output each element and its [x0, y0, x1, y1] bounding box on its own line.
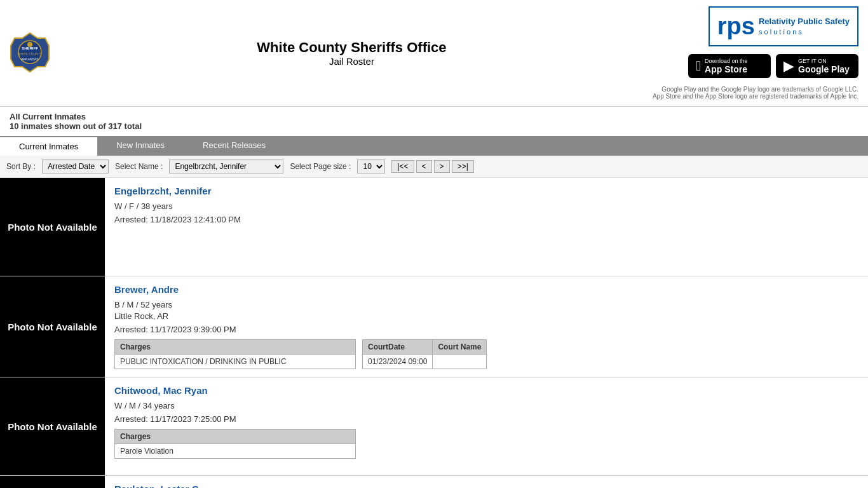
court-table: CourtDateCourt Name01/23/2024 09:00 — [362, 339, 487, 369]
inmate-info-cell: Brewer, AndreB / M / 52 yearsLittle Rock… — [105, 276, 868, 377]
page-size-select[interactable]: 10 25 50 — [357, 159, 385, 173]
rps-tagline: Relativity Public Safety s o l u t i o n… — [759, 17, 850, 36]
sort-by-select[interactable]: Arrested Date Name Age — [42, 159, 109, 173]
apple-icon:  — [696, 58, 701, 74]
charge-value: PUBLIC INTOXICATION / DRINKING IN PUBLIC — [115, 355, 356, 369]
app-store-buttons:  Download on the App Store ▶ GET IT ON … — [688, 54, 858, 78]
inmate-arrested-date: Arrested: 11/18/2023 12:41:00 PM — [114, 215, 858, 224]
rps-logo-text: rps — [717, 13, 755, 40]
inmate-row: Photo Not AvailableChitwood, Mac RyanW /… — [0, 377, 868, 476]
inmate-summary: All Current Inmates 10 inmates shown out… — [0, 107, 868, 136]
google-play-label: Google Play — [798, 64, 850, 74]
svg-text:WHITE COUNTY: WHITE COUNTY — [18, 52, 43, 56]
inmate-info-cell: Raulston, Lester GW / M / 48 yearsCabot,… — [105, 476, 868, 488]
app-store-button[interactable]:  Download on the App Store — [688, 54, 771, 78]
inmate-photo-cell: Photo Not Available — [0, 476, 105, 488]
charges-table: ChargesParole Violation — [114, 429, 356, 459]
inmate-location: Little Rock, AR — [114, 311, 858, 321]
court-name-value — [433, 355, 487, 369]
inmate-info-cell: Engelbrzcht, JenniferW / F / 38 yearsArr… — [105, 178, 868, 276]
sort-by-label: Sort By : — [6, 162, 36, 171]
inmate-name[interactable]: Engelbrzcht, Jennifer — [114, 186, 858, 196]
inmate-name[interactable]: Raulston, Lester G — [114, 484, 858, 488]
sheriff-badge-icon: SHERIFF WHITE COUNTY ARKANSAS — [10, 32, 51, 73]
inmate-demographics: W / M / 34 years — [114, 401, 858, 410]
first-page-button[interactable]: |<< — [391, 160, 414, 173]
inmate-name[interactable]: Brewer, Andre — [114, 284, 858, 295]
pagination-controls: |<< < > >>| — [391, 160, 473, 173]
inmate-name[interactable]: Chitwood, Mac Ryan — [114, 385, 858, 396]
tab-current-inmates[interactable]: Current Inmates — [0, 136, 97, 156]
inmate-name-link[interactable]: Raulston, Lester G — [114, 484, 199, 488]
photo-not-available-label: Photo Not Available — [1, 214, 104, 240]
photo-not-available-label: Photo Not Available — [1, 414, 104, 440]
court-name-header: Court Name — [433, 340, 487, 355]
inmate-name-link[interactable]: Brewer, Andre — [114, 284, 179, 295]
charges-header: Charges — [115, 340, 356, 355]
inmate-count-label: 10 inmates shown out of 317 total — [10, 121, 858, 131]
download-label: Download on the — [705, 58, 748, 64]
tab-recent-releases[interactable]: Recent Releases — [184, 136, 285, 156]
svg-text:ARKANSAS: ARKANSAS — [21, 57, 39, 61]
get-it-label: GET IT ON — [798, 58, 850, 64]
inmate-row: Photo Not AvailableBrewer, AndreB / M / … — [0, 276, 868, 377]
app-store-note: Google Play and the Google Play logo are… — [653, 86, 858, 100]
page-header: SHERIFF WHITE COUNTY ARKANSAS White Coun… — [0, 0, 868, 107]
inmate-row: Photo Not AvailableRaulston, Lester GW /… — [0, 476, 868, 488]
page-size-label: Select Page size : — [290, 162, 351, 171]
charge-value: Parole Violation — [115, 444, 356, 459]
google-play-icon: ▶ — [783, 58, 794, 74]
next-page-button[interactable]: > — [434, 160, 450, 173]
name-select[interactable]: Engelbrzcht, Jennifer — [169, 159, 283, 173]
controls-bar: Sort By : Arrested Date Name Age Select … — [0, 156, 868, 178]
photo-not-available-label: Photo Not Available — [1, 314, 104, 340]
inmate-info-cell: Chitwood, Mac RyanW / M / 34 yearsArrest… — [105, 377, 868, 475]
inmate-name-link[interactable]: Chitwood, Mac Ryan — [114, 385, 208, 396]
roster-subtitle: Jail Roster — [257, 56, 446, 67]
court-date-header: CourtDate — [363, 340, 433, 355]
rps-logo: rps Relativity Public Safety s o l u t i… — [709, 6, 858, 46]
inmate-demographics: W / F / 38 years — [114, 201, 858, 211]
inmate-name-link[interactable]: Engelbrzcht, Jennifer — [114, 186, 212, 196]
all-current-inmates-label: All Current Inmates — [10, 112, 858, 121]
office-title: White County Sheriffs Office — [257, 39, 446, 56]
select-name-label: Select Name : — [115, 162, 163, 171]
navigation-tabs: Current Inmates New Inmates Recent Relea… — [0, 136, 868, 156]
page-title-area: White County Sheriffs Office Jail Roster — [257, 39, 446, 67]
charges-header: Charges — [115, 430, 356, 444]
svg-point-5 — [27, 42, 32, 47]
charges-table: ChargesPUBLIC INTOXICATION / DRINKING IN… — [114, 339, 356, 369]
inmate-photo-cell: Photo Not Available — [0, 276, 105, 377]
charge-row: PUBLIC INTOXICATION / DRINKING IN PUBLIC — [115, 355, 356, 369]
prev-page-button[interactable]: < — [416, 160, 432, 173]
inmate-arrested-date: Arrested: 11/17/2023 9:39:00 PM — [114, 325, 858, 334]
inmate-photo-cell: Photo Not Available — [0, 377, 105, 475]
court-row: 01/23/2024 09:00 — [363, 355, 487, 369]
inmate-row: Photo Not AvailableEngelbrzcht, Jennifer… — [0, 178, 868, 276]
app-store-label: App Store — [705, 64, 748, 74]
inmate-arrested-date: Arrested: 11/17/2023 7:25:00 PM — [114, 414, 858, 424]
court-date-value: 01/23/2024 09:00 — [363, 355, 433, 369]
tab-new-inmates[interactable]: New Inmates — [97, 136, 184, 156]
google-play-button[interactable]: ▶ GET IT ON Google Play — [776, 54, 858, 78]
charges-area: ChargesParole Violation — [114, 429, 858, 459]
sheriff-badge-area: SHERIFF WHITE COUNTY ARKANSAS — [10, 32, 51, 75]
inmate-photo-cell: Photo Not Available — [0, 178, 105, 276]
last-page-button[interactable]: >>| — [452, 160, 474, 173]
inmate-list: Photo Not AvailableEngelbrzcht, Jennifer… — [0, 178, 868, 488]
charge-row: Parole Violation — [115, 444, 356, 459]
inmate-demographics: B / M / 52 years — [114, 300, 858, 309]
charges-area: ChargesPUBLIC INTOXICATION / DRINKING IN… — [114, 339, 858, 369]
